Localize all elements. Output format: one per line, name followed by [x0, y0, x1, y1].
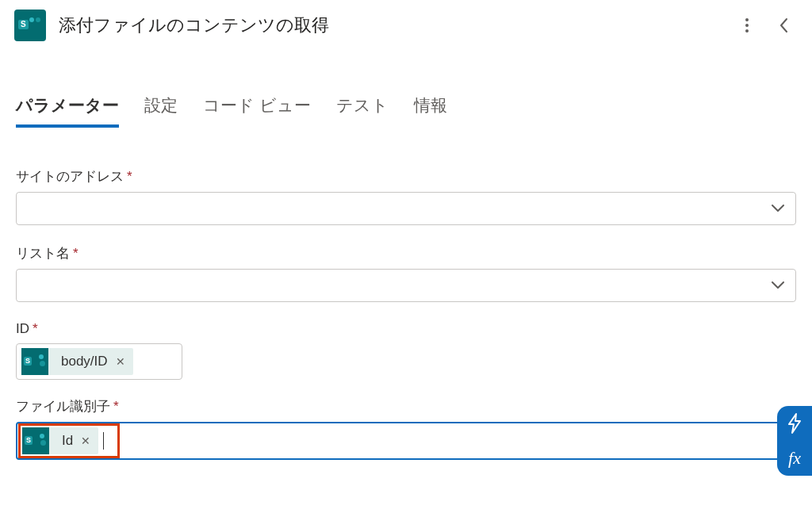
panel-tabs: パラメーター 設定 コード ビュー テスト 情報	[0, 51, 812, 128]
svg-point-2	[745, 29, 749, 33]
svg-marker-3	[789, 414, 800, 433]
label-site-address: サイトのアドレス*	[16, 167, 796, 186]
lightning-icon	[787, 413, 802, 434]
label-list-name: リスト名*	[16, 244, 796, 262]
sharepoint-icon: S	[22, 427, 49, 454]
token-label: body/ID	[56, 354, 108, 369]
sharepoint-icon: S	[21, 348, 48, 375]
text-cursor	[103, 432, 104, 450]
tab-code-view[interactable]: コード ビュー	[203, 94, 311, 128]
label-id: ID*	[16, 321, 796, 337]
chevron-down-icon	[772, 205, 784, 212]
token-label: Id	[57, 433, 73, 449]
token-body-id[interactable]: S body/ID ✕	[21, 348, 133, 375]
token-id[interactable]: S Id ✕	[22, 427, 98, 454]
tab-test[interactable]: テスト	[336, 94, 389, 128]
dropdown-site-address[interactable]	[16, 192, 796, 225]
tab-parameters[interactable]: パラメーター	[16, 94, 119, 128]
more-icon[interactable]	[737, 16, 756, 35]
sharepoint-connector-icon: S	[14, 10, 46, 41]
dropdown-list-name[interactable]	[16, 269, 796, 302]
remove-token-icon[interactable]: ✕	[116, 355, 125, 368]
expression-button[interactable]: fx	[777, 441, 812, 476]
remove-token-icon[interactable]: ✕	[81, 435, 90, 447]
chevron-down-icon	[772, 281, 784, 289]
input-id[interactable]: S body/ID ✕	[16, 343, 182, 380]
label-file-id: ファイル識別子*	[16, 397, 796, 415]
collapse-icon[interactable]	[774, 16, 793, 35]
svg-point-0	[745, 18, 749, 21]
action-title: 添付ファイルのコンテンツの取得	[59, 13, 737, 37]
tab-info[interactable]: 情報	[414, 94, 447, 128]
input-file-id[interactable]: S Id ✕	[16, 422, 796, 460]
dynamic-content-button[interactable]	[777, 406, 812, 441]
dynamic-content-buttons: fx	[777, 406, 812, 476]
tab-settings[interactable]: 設定	[144, 94, 178, 128]
svg-point-1	[745, 24, 749, 27]
